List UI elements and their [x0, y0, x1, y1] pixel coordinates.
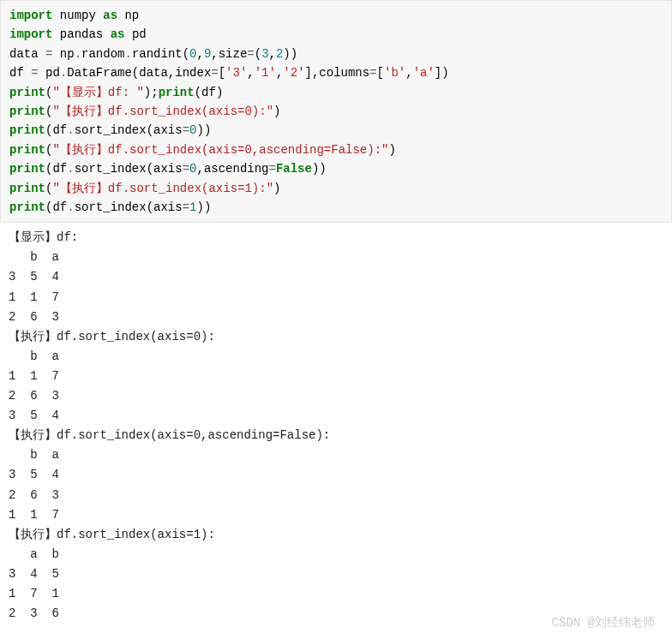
fn-sortindex: sort_index(axis	[75, 123, 183, 137]
fn-dataframe: DataFrame(data,index	[67, 66, 211, 80]
output-header-4: 【执行】df.sort_index(axis=1):	[9, 528, 215, 541]
table-row: 2 6 3	[9, 389, 59, 403]
string: 'b'	[384, 66, 405, 80]
paren: (	[255, 47, 261, 61]
string: '2'	[283, 66, 304, 80]
op-eq: =	[183, 162, 189, 176]
fn-sortindex: sort_index(axis	[75, 162, 183, 176]
table-row: 1 1 7	[9, 290, 59, 304]
expr-np: np	[52, 47, 74, 61]
alias-np: np	[124, 9, 139, 22]
comma: ,	[197, 47, 204, 61]
fn-print: print	[9, 123, 45, 137]
string: '1'	[255, 66, 276, 80]
alias-pd: pd	[132, 27, 147, 41]
table-header-ab: a b	[9, 547, 59, 561]
code-block: import numpy as np import pandas as pd d…	[0, 0, 672, 223]
op-eq: =	[369, 66, 376, 80]
fn-print: print	[9, 182, 45, 195]
arg-columns: ],columns	[305, 66, 370, 80]
table-row: 2 6 3	[9, 310, 59, 324]
table-row: 3 5 4	[9, 468, 59, 481]
fn-print: print	[9, 162, 45, 176]
keyword-import: import	[9, 9, 52, 22]
op-dot: .	[124, 47, 131, 61]
output-header-2: 【执行】df.sort_index(axis=0):	[9, 330, 215, 343]
arg-df: (df	[45, 200, 67, 214]
table-row: 1 1 7	[9, 369, 59, 383]
table-row: 1 1 7	[9, 508, 59, 522]
arg-df: (df	[45, 123, 67, 137]
comma: ,	[247, 66, 254, 80]
op-dot: .	[75, 47, 81, 61]
semicolon: );	[144, 86, 159, 99]
bool-false: False	[276, 162, 312, 176]
arg-df: (df)	[195, 86, 224, 99]
op-eq: =	[31, 66, 38, 80]
fn-print: print	[9, 86, 45, 99]
table-row: 3 4 5	[9, 567, 59, 581]
string: '3'	[225, 66, 247, 80]
bracket: [	[377, 66, 384, 80]
fn-sortindex: sort_index(axis	[75, 200, 183, 214]
fn-print: print	[159, 86, 195, 99]
op-dot: .	[67, 162, 74, 176]
paren-close: )	[273, 105, 280, 118]
string: "【执行】df.sort_index(axis=1):"	[52, 182, 273, 195]
fn-print: print	[9, 143, 45, 157]
var-df: df	[9, 66, 31, 80]
op-dot: .	[60, 66, 67, 80]
paren-close: )	[388, 143, 395, 157]
module-numpy: numpy	[60, 9, 96, 22]
string: "【执行】df.sort_index(axis=0,ascending=Fals…	[52, 143, 388, 157]
bracket: [	[219, 66, 225, 80]
fn-print: print	[9, 105, 45, 118]
op-eq: =	[211, 66, 218, 80]
output-header-3: 【执行】df.sort_index(axis=0,ascending=False…	[9, 428, 330, 442]
op-eq: =	[183, 200, 189, 214]
num: 0	[189, 47, 196, 61]
op-dot: .	[67, 200, 74, 214]
op-eq: =	[269, 162, 276, 176]
bracket-close: ])	[435, 66, 449, 80]
table-row: 2 3 6	[9, 606, 59, 620]
op-dot: .	[67, 123, 74, 137]
expr-pd: pd	[39, 66, 60, 80]
table-header-ba: b a	[9, 250, 59, 264]
fn-randint: randint(	[132, 47, 189, 61]
keyword-import: import	[9, 27, 52, 41]
table-header-ba: b a	[9, 349, 59, 363]
var-data: data	[9, 47, 45, 61]
module-pandas: pandas	[60, 27, 103, 41]
arg-ascending: ,ascending	[196, 162, 268, 176]
watermark: CSDN @刘经纬老师	[552, 615, 655, 629]
output-header-1: 【显示】df:	[9, 230, 78, 244]
comma: ,	[405, 66, 412, 80]
string: 'a'	[413, 66, 435, 80]
table-row: 3 5 4	[9, 409, 59, 422]
paren-close: )	[273, 182, 280, 195]
paren-close: ))	[196, 123, 211, 137]
table-row: 2 6 3	[9, 488, 59, 502]
fn-print: print	[9, 200, 45, 214]
paren-close: ))	[196, 200, 211, 214]
paren-close: ))	[283, 47, 297, 61]
comma: ,	[269, 47, 276, 61]
attr-random: random	[81, 47, 124, 61]
output-block: 【显示】df: b a 3 5 4 1 1 7 2 6 3 【执行】df.sor…	[0, 223, 672, 629]
op-eq: =	[247, 47, 254, 61]
string: "【显示】df: "	[52, 86, 143, 99]
table-row: 3 5 4	[9, 270, 59, 284]
string: "【执行】df.sort_index(axis=0):"	[52, 105, 273, 118]
arg-df: (df	[45, 162, 67, 176]
keyword-as: as	[111, 27, 125, 41]
table-row: 1 7 1	[9, 587, 59, 600]
arg-size: ,size	[211, 47, 247, 61]
table-header-ba: b a	[9, 448, 59, 462]
paren-close: ))	[312, 162, 327, 176]
op-eq: =	[183, 123, 189, 137]
keyword-as: as	[103, 9, 117, 22]
num: 3	[261, 47, 268, 61]
